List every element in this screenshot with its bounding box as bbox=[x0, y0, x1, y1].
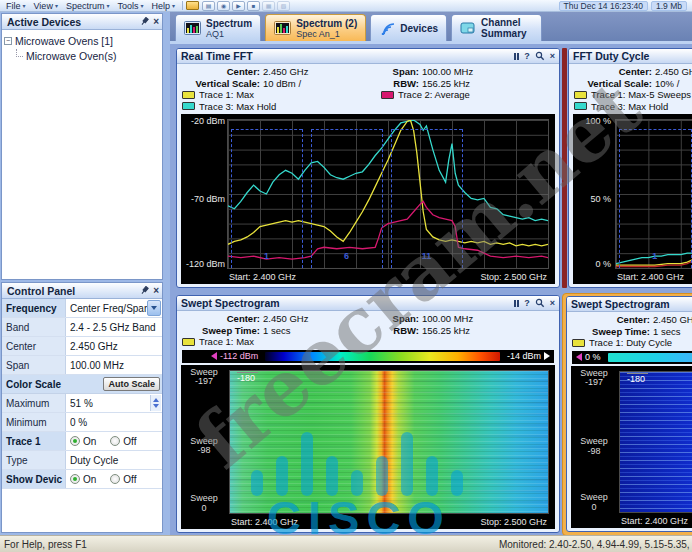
show-devices-label: Show Devic bbox=[2, 470, 66, 488]
trace1-on-radio[interactable]: On bbox=[70, 436, 96, 447]
maximum-row: Maximum 51 % bbox=[2, 394, 162, 413]
band-value[interactable]: 2.4 - 2.5 GHz Band bbox=[66, 318, 162, 336]
radio-off-icon[interactable] bbox=[110, 436, 120, 446]
show-devices-off-radio[interactable]: Off bbox=[110, 474, 136, 485]
trace1-swatch bbox=[182, 338, 195, 346]
fft-duty-cycle-panel: FFT Duty Cycle Center:2.450 GHz Vertical… bbox=[568, 48, 692, 288]
sweep-cursor-label: -180 bbox=[627, 373, 648, 384]
trace1-label: Trace 1 bbox=[2, 432, 66, 450]
help-icon[interactable]: ? bbox=[524, 298, 530, 308]
channel-marker: 1 bbox=[652, 251, 657, 261]
color-scale-min-arrow-icon[interactable] bbox=[211, 352, 217, 360]
panel-title: Swept Spectrogram bbox=[181, 297, 280, 309]
auto-scale-button[interactable]: Auto Scale bbox=[103, 377, 160, 391]
play-icon[interactable]: ▶ bbox=[232, 1, 245, 11]
minimum-field[interactable]: 0 % bbox=[66, 413, 162, 431]
band-label: Band bbox=[2, 318, 66, 336]
x-axis-stop-label: Stop: 2.500 GHz bbox=[480, 272, 547, 282]
show-devices-on-radio[interactable]: On bbox=[70, 474, 96, 485]
spinner-down-icon[interactable] bbox=[153, 404, 159, 408]
report-icon[interactable]: ▤ bbox=[202, 1, 215, 11]
menu-item-view[interactable]: View▾ bbox=[30, 1, 62, 11]
record-icon[interactable]: ◉ bbox=[217, 1, 230, 11]
spectrogram-heatmap bbox=[230, 371, 548, 514]
panel-header: FFT Duty Cycle bbox=[569, 49, 692, 64]
status-monitored-text: Monitored: 2.40-2.50, 4.94-4.99, 5.15-5.… bbox=[499, 539, 692, 550]
panel-info: Center:2.450 GHz Span:100.00 MHz Sweep T… bbox=[177, 311, 559, 349]
panel-info: Center:2.450 GHz Vertical Scale:10% / Tr… bbox=[569, 64, 692, 113]
close-icon[interactable]: × bbox=[550, 298, 555, 308]
close-icon[interactable]: × bbox=[550, 51, 555, 61]
toolbar-separator bbox=[182, 1, 183, 10]
menu-item-help[interactable]: Help▾ bbox=[147, 1, 179, 11]
close-icon[interactable]: × bbox=[153, 286, 159, 295]
channel-marker: 1 bbox=[264, 251, 269, 261]
color-gradient bbox=[265, 352, 500, 361]
channel-marker bbox=[231, 129, 301, 130]
channel-marker bbox=[391, 129, 461, 130]
radio-off-icon[interactable] bbox=[110, 474, 120, 484]
radio-on-icon[interactable] bbox=[70, 474, 80, 484]
pin-icon[interactable] bbox=[140, 286, 149, 295]
trace1-swatch bbox=[574, 91, 587, 99]
color-scale-min-arrow-icon[interactable] bbox=[576, 353, 582, 361]
tab-spectrum-1[interactable]: SpectrumAQ1 bbox=[175, 14, 261, 41]
spinner-control[interactable] bbox=[150, 395, 161, 411]
pause-icon[interactable] bbox=[514, 53, 519, 60]
menu-item-file[interactable]: File▾ bbox=[2, 1, 30, 11]
tab-devices[interactable]: Devices bbox=[370, 14, 447, 41]
pause-icon[interactable] bbox=[514, 300, 519, 307]
trace1-off-radio[interactable]: Off bbox=[110, 436, 136, 447]
type-label: Type bbox=[2, 451, 66, 469]
color-scale-section: Color Scale Auto Scale bbox=[2, 375, 162, 394]
channel-marker bbox=[231, 129, 232, 268]
caret-down-icon: ▾ bbox=[55, 2, 58, 9]
span-value[interactable]: 100.00 MHz bbox=[66, 356, 162, 374]
panel-info: Center:2.450 GHz Span:100.00 MHz Vertica… bbox=[177, 64, 559, 113]
minimum-row: Minimum 0 % bbox=[2, 413, 162, 432]
tab-spectrum-2-active[interactable]: Spectrum (2)Spec An_1 bbox=[265, 14, 366, 41]
center-label: Center bbox=[2, 337, 66, 355]
panel-title: Swept Spectrogram bbox=[571, 298, 670, 310]
menubar: File▾ View▾ Spectrum▾ Tools▾ Help▾ ▤ ◉ ▶… bbox=[0, 0, 692, 12]
duty-traces bbox=[616, 120, 692, 268]
panel-header: Swept Spectrogram ? × bbox=[177, 296, 559, 311]
dropdown-chevron-icon[interactable] bbox=[147, 300, 161, 316]
menu-item-tools[interactable]: Tools▾ bbox=[113, 1, 147, 11]
color-scale-max-arrow-icon[interactable] bbox=[544, 352, 550, 360]
help-icon[interactable]: ? bbox=[524, 51, 530, 61]
channel-marker bbox=[619, 129, 620, 268]
trace1-row: Trace 1 On Off bbox=[2, 432, 162, 451]
tree-item-microwave-ovens[interactable]: − Microwave Ovens [1] bbox=[4, 35, 160, 47]
panel-splitter[interactable] bbox=[562, 48, 567, 288]
type-value[interactable]: Duty Cycle bbox=[66, 451, 162, 469]
menu-item-spectrum[interactable]: Spectrum▾ bbox=[62, 1, 114, 11]
tab-channel-summary[interactable]: Channel Summary bbox=[451, 14, 542, 41]
center-value[interactable]: 2.450 GHz bbox=[66, 337, 162, 355]
zoom-icon[interactable] bbox=[535, 298, 545, 308]
spectrogram-area: -180 bbox=[619, 371, 692, 514]
control-panel-header: Control Panel × bbox=[2, 283, 162, 299]
span-row: Span 100.00 MHz bbox=[2, 356, 162, 375]
device-tree: − Microwave Ovens [1] Microwave Oven(s) bbox=[2, 30, 162, 279]
close-icon[interactable]: × bbox=[153, 17, 159, 26]
tree-item-microwave-oven[interactable]: Microwave Oven(s) bbox=[4, 50, 160, 62]
radio-on-icon[interactable] bbox=[70, 436, 80, 446]
frequency-row: Frequency Center Freq/Span bbox=[2, 299, 162, 318]
spinner-up-icon[interactable] bbox=[153, 398, 159, 402]
maximum-field[interactable]: 51 % bbox=[66, 394, 162, 412]
caret-down-icon: ▾ bbox=[172, 2, 175, 9]
maximum-label: Maximum bbox=[2, 394, 66, 412]
memory-display: 1.9 Mb bbox=[651, 1, 687, 11]
pin-icon[interactable] bbox=[140, 17, 149, 26]
open-folder-icon[interactable] bbox=[186, 1, 199, 10]
sidebar: Active Devices × − Microwave Ovens [1] M… bbox=[0, 12, 170, 535]
y-axis-tick: Sweep0 bbox=[183, 494, 225, 513]
frequency-dropdown[interactable]: Center Freq/Span bbox=[66, 299, 162, 317]
duty-plot-area: 1611 bbox=[615, 119, 692, 269]
tree-expander-icon[interactable]: − bbox=[4, 37, 12, 45]
zoom-icon[interactable] bbox=[535, 51, 545, 61]
stop-icon[interactable]: ■ bbox=[247, 1, 260, 11]
minimum-label: Minimum bbox=[2, 413, 66, 431]
tab-strip: SpectrumAQ1 Spectrum (2)Spec An_1 Device… bbox=[170, 12, 692, 44]
